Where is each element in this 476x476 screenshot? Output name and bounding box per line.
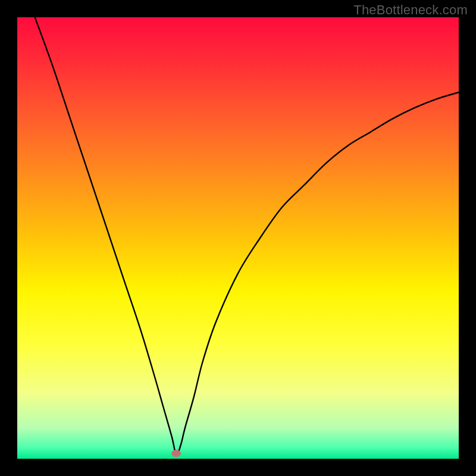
chart-frame: TheBottleneck.com bbox=[0, 0, 476, 476]
bottleneck-chart bbox=[17, 17, 459, 459]
gradient-background bbox=[17, 17, 459, 459]
watermark-text: TheBottleneck.com bbox=[353, 2, 468, 18]
minimum-marker bbox=[171, 450, 181, 457]
